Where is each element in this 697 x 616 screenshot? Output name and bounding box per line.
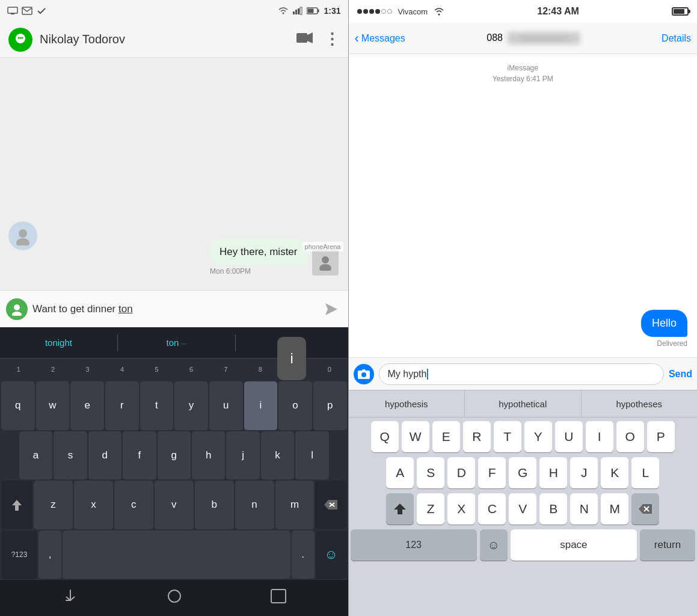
key-q[interactable]: q: [1, 381, 35, 430]
nav-home-button[interactable]: [165, 587, 183, 609]
ios-key-A[interactable]: A: [386, 457, 414, 488]
ios-emoji-key[interactable]: ☺: [480, 529, 508, 561]
ios-text-input[interactable]: My hypth: [379, 363, 664, 385]
key-v[interactable]: v: [155, 481, 194, 529]
num-1[interactable]: 1: [1, 361, 35, 379]
suggestion-ton[interactable]: ton ···: [118, 334, 235, 351]
space-key[interactable]: [63, 531, 290, 579]
key-t[interactable]: t: [140, 381, 174, 430]
key-s[interactable]: s: [54, 431, 87, 480]
ios-key-L[interactable]: L: [631, 457, 659, 488]
ios-key-C[interactable]: C: [478, 493, 506, 525]
video-call-icon[interactable]: [296, 32, 313, 48]
ios-shift-key[interactable]: [386, 493, 414, 525]
ios-return-key[interactable]: return: [640, 529, 695, 561]
num-0[interactable]: 0: [312, 361, 346, 379]
nav-back-button[interactable]: [61, 587, 79, 609]
ios-key-Z[interactable]: Z: [417, 493, 444, 525]
ios-bubble-sent: Hello: [641, 310, 687, 337]
comma-key[interactable]: ,: [38, 531, 61, 579]
ios-backspace-key[interactable]: [631, 493, 659, 525]
key-r[interactable]: r: [105, 381, 139, 430]
ios-key-B[interactable]: B: [539, 493, 567, 525]
ios-key-U[interactable]: U: [555, 421, 583, 452]
ios-key-V[interactable]: V: [509, 493, 536, 525]
ios-key-S[interactable]: S: [417, 457, 444, 488]
nav-recents-button[interactable]: [270, 588, 287, 608]
num-3[interactable]: 3: [70, 361, 105, 379]
num-switch-key[interactable]: ?123: [1, 531, 37, 579]
ios-key-H[interactable]: H: [539, 457, 567, 488]
svg-rect-15: [296, 33, 307, 43]
key-g[interactable]: g: [158, 431, 191, 480]
key-b[interactable]: b: [195, 481, 234, 529]
ios-key-Q[interactable]: Q: [371, 421, 399, 452]
more-options-icon[interactable]: ⋮: [324, 30, 340, 49]
num-4[interactable]: 4: [105, 361, 139, 379]
key-y[interactable]: y: [174, 381, 208, 430]
key-z[interactable]: z: [34, 481, 73, 529]
ios-key-I[interactable]: I: [586, 421, 613, 452]
ios-send-button[interactable]: Send: [669, 369, 692, 380]
ios-key-N[interactable]: N: [570, 493, 598, 525]
ios-num-key[interactable]: 123: [351, 529, 477, 561]
svg-rect-0: [8, 7, 17, 13]
svg-point-22: [12, 312, 22, 316]
ios-key-M[interactable]: M: [601, 493, 628, 525]
ios-key-J[interactable]: J: [570, 457, 598, 488]
key-j[interactable]: j: [226, 431, 259, 480]
ios-key-Y[interactable]: Y: [524, 421, 552, 452]
key-o[interactable]: o: [278, 381, 312, 430]
key-d[interactable]: d: [88, 431, 121, 480]
key-h[interactable]: h: [192, 431, 225, 480]
suggestion-tonight[interactable]: tonight: [0, 334, 117, 351]
ios-details-button[interactable]: Details: [662, 33, 691, 44]
status-right-icons: 1:31: [278, 6, 340, 16]
key-c[interactable]: c: [114, 481, 153, 529]
emoji-key[interactable]: ☺: [316, 531, 347, 579]
num-7[interactable]: 7: [209, 361, 243, 379]
svg-rect-5: [295, 10, 297, 14]
autocomplete-hypothesis[interactable]: hypothesis: [349, 390, 465, 417]
key-i[interactable]: i: [244, 381, 278, 430]
ios-key-F[interactable]: F: [478, 457, 506, 488]
key-w[interactable]: w: [36, 381, 70, 430]
svg-point-31: [438, 14, 440, 16]
ios-key-X[interactable]: X: [447, 493, 475, 525]
ios-chat-area: iMessage Yesterday 6:41 PM Hello Deliver…: [349, 54, 698, 357]
compose-input[interactable]: Want to get dinner ton: [32, 303, 316, 315]
num-5[interactable]: 5: [140, 361, 174, 379]
ios-key-P[interactable]: P: [647, 421, 675, 452]
ios-key-G[interactable]: G: [509, 457, 536, 488]
ios-camera-button[interactable]: [354, 364, 374, 384]
ios-key-D[interactable]: D: [447, 457, 475, 488]
ios-key-W[interactable]: W: [402, 421, 429, 452]
key-a[interactable]: a: [19, 431, 52, 480]
ios-back-button[interactable]: ‹ Messages: [355, 31, 405, 46]
key-p[interactable]: p: [313, 381, 347, 430]
key-m[interactable]: m: [275, 481, 315, 529]
key-k[interactable]: k: [261, 431, 294, 480]
num-8[interactable]: 8: [243, 361, 277, 379]
key-f[interactable]: f: [123, 431, 156, 480]
ios-key-O[interactable]: O: [616, 421, 644, 452]
ios-key-T[interactable]: T: [494, 421, 521, 452]
send-button[interactable]: [321, 298, 342, 320]
key-e[interactable]: e: [70, 381, 104, 430]
num-6[interactable]: 6: [174, 361, 208, 379]
period-key[interactable]: .: [292, 531, 315, 579]
autocomplete-hypotheses[interactable]: hypotheses: [582, 390, 698, 417]
backspace-key[interactable]: [315, 481, 346, 529]
svg-point-17: [19, 229, 27, 238]
key-u[interactable]: u: [209, 381, 243, 430]
key-n[interactable]: n: [235, 481, 274, 529]
num-2[interactable]: 2: [35, 361, 70, 379]
key-x[interactable]: x: [74, 481, 113, 529]
key-l[interactable]: l: [295, 431, 328, 480]
ios-key-E[interactable]: E: [432, 421, 460, 452]
autocomplete-hypothetical[interactable]: hypothetical: [465, 390, 582, 417]
ios-key-K[interactable]: K: [601, 457, 628, 488]
ios-space-key[interactable]: space: [511, 529, 637, 561]
shift-key[interactable]: [1, 481, 32, 529]
ios-key-R[interactable]: R: [463, 421, 491, 452]
